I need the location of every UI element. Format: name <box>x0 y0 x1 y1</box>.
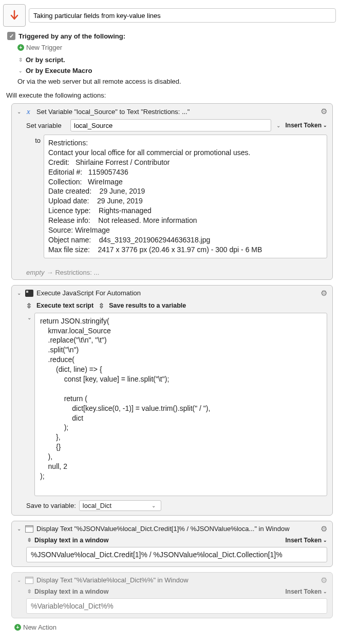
chevron-down-icon: ⌄ <box>323 589 327 594</box>
updown-icon: ⇳ <box>26 302 31 310</box>
disclosure-toggle[interactable]: ⌄ <box>16 109 22 115</box>
script-code-input[interactable]: return JSON.stringify( kmvar.local_Sourc… <box>34 313 327 496</box>
set-variable-label: Set variable <box>26 122 67 129</box>
execute-text-script-option[interactable]: Execute text script <box>36 302 93 309</box>
updown-icon: ⇳ <box>99 302 104 310</box>
insert-token-button[interactable]: Insert Token ⌄ <box>286 122 327 129</box>
display-mode-option[interactable]: Display text in a window <box>34 588 108 595</box>
gear-icon[interactable]: ⚙ <box>321 107 327 116</box>
insert-token-button[interactable]: Insert Token ⌄ <box>286 537 327 544</box>
updown-icon: ⇳ <box>17 57 24 63</box>
code-disclosure[interactable]: ⌄ <box>26 313 32 496</box>
disclosure-toggle[interactable]: ⌄ <box>16 290 22 296</box>
disclosure-toggle[interactable]: ⌄ <box>16 526 22 532</box>
insert-token-button[interactable]: Insert Token ⌄ <box>286 588 327 595</box>
triggers-enabled-checkbox[interactable]: ✓ <box>7 32 15 40</box>
action-display-text-1: ⌄ Display Text "%JSONValue%local_Dict.Cr… <box>11 521 333 567</box>
macro-title-input[interactable] <box>29 8 336 23</box>
action-title: Set Variable "local_Source" to Text "Res… <box>36 108 317 116</box>
action-display-text-2-disabled: ⌄ Display Text "%Variable%local_Dict%%" … <box>11 572 333 618</box>
to-label: to <box>26 135 41 144</box>
updown-icon: ⇳ <box>26 537 32 543</box>
updown-icon: ⇳ <box>26 589 32 594</box>
arrow-down-icon <box>8 9 21 22</box>
disclosure-toggle[interactable]: ⌄ <box>16 577 22 583</box>
save-variable-select[interactable]: local_Dict ⌄ <box>79 500 161 511</box>
action-footer-hint: empty → Restrictions: ... <box>12 266 332 279</box>
display-mode-option[interactable]: Display text in a window <box>34 537 108 544</box>
action-title: Display Text "%Variable%local_Dict%%" in… <box>36 576 317 584</box>
display-text-input[interactable]: %JSONValue%local_Dict.Credit[1]% / %JSON… <box>26 547 327 562</box>
variable-name-input[interactable] <box>70 119 271 131</box>
exec-actions-label: Will execute the following actions: <box>6 91 336 99</box>
svg-text:x: x <box>26 107 30 116</box>
window-icon <box>25 525 33 533</box>
new-action-label: New Action <box>23 623 56 631</box>
save-results-option[interactable]: Save results to a variable <box>109 302 186 309</box>
chevron-down-icon: ⌄ <box>323 123 327 128</box>
plus-icon: + <box>14 624 21 631</box>
or-by-execute-macro[interactable]: ⌄ Or by Execute Macro <box>17 67 336 74</box>
action-set-variable: ⌄ x Set Variable "local_Source" to Text … <box>11 103 333 280</box>
gear-icon[interactable]: ⚙ <box>321 289 327 298</box>
terminal-icon <box>25 289 33 297</box>
save-to-variable-label: Save to variable: <box>26 502 76 509</box>
display-text-input[interactable]: %Variable%local_Dict%% <box>26 598 327 614</box>
action-title: Display Text "%JSONValue%local_Dict.Cred… <box>36 525 317 533</box>
chevron-down-icon[interactable]: ⌄ <box>274 123 282 128</box>
macro-icon-box[interactable] <box>3 4 26 27</box>
action-title: Execute JavaScript For Automation <box>36 289 317 297</box>
text-value-input[interactable]: Restrictions: Contact your local office … <box>44 135 327 258</box>
chevron-right-icon: ⌄ <box>17 68 24 73</box>
chevron-down-icon: ⌄ <box>149 503 158 508</box>
or-by-script[interactable]: ⇳ Or by script. <box>17 56 336 64</box>
action-execute-jxa: ⌄ Execute JavaScript For Automation ⚙ ⇳ … <box>11 285 333 516</box>
window-icon <box>25 576 33 584</box>
triggers-label: Triggered by any of the following: <box>18 32 125 40</box>
chevron-down-icon: ⌄ <box>323 538 327 543</box>
web-server-disabled-label: Or via the web server but all remote acc… <box>17 78 336 85</box>
plus-icon: + <box>17 44 24 51</box>
gear-icon[interactable]: ⚙ <box>321 524 327 534</box>
variable-icon: x <box>25 107 33 116</box>
add-action-button[interactable]: + New Action <box>14 623 336 631</box>
add-trigger-button[interactable]: + New Trigger <box>17 44 336 51</box>
new-trigger-label: New Trigger <box>26 44 62 51</box>
gear-icon[interactable]: ⚙ <box>321 576 327 585</box>
